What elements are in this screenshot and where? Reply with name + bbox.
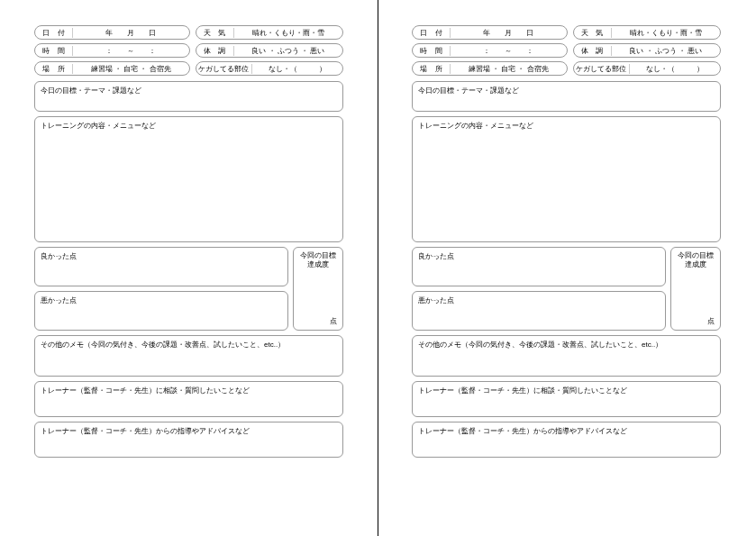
title-bad: 悪かった点 [41, 295, 282, 305]
label-date: 日 付 [413, 28, 451, 38]
title-good: 良かった点 [418, 251, 660, 261]
value-date[interactable]: 年 月 日 [451, 28, 567, 38]
label-weather: 天 気 [196, 28, 234, 38]
title-training: トレーニングの内容・メニューなど [418, 121, 715, 131]
section-memo[interactable]: その他のメモ（今回の気付き、今後の課題・改善点、試したいこと、etc..） [412, 335, 721, 377]
section-good[interactable]: 良かった点 [412, 247, 666, 286]
field-condition: 体 調 良い ・ ふつう ・ 悪い [196, 43, 343, 58]
title-consult: トレーナー（監督・コーチ・先生）に相談・質問したいことなど [41, 386, 337, 395]
field-condition: 体 調 良い ・ ふつう ・ 悪い [573, 43, 721, 58]
page-divider [378, 0, 378, 536]
label-condition: 体 調 [574, 46, 612, 56]
section-achievement[interactable]: 今回の目標達成度 点 [293, 247, 343, 331]
title-memo: その他のメモ（今回の気付き、今後の課題・改善点、試したいこと、etc..） [418, 340, 715, 350]
title-achievement: 今回の目標達成度 [299, 251, 337, 270]
value-time[interactable]: ： ～ ： [73, 46, 189, 56]
field-time: 時 間 ： ～ ： [412, 43, 568, 58]
section-training[interactable]: トレーニングの内容・メニューなど [412, 116, 721, 242]
section-goal[interactable]: 今日の目標・テーマ・課題など [412, 81, 721, 112]
title-advice: トレーナー（監督・コーチ・先生）からの指導やアドバイスなど [41, 426, 337, 436]
section-goal[interactable]: 今日の目標・テーマ・課題など [34, 81, 343, 112]
field-injury: ケガしてる部位 なし・（ ） [196, 61, 343, 76]
value-injury[interactable]: なし・（ ） [252, 64, 342, 74]
title-bad: 悪かった点 [418, 295, 660, 305]
title-achievement: 今回の目標達成度 [677, 251, 715, 270]
field-place: 場 所 練習場 ・ 自宅 ・ 合宿先 [34, 61, 190, 76]
label-place: 場 所 [413, 64, 451, 74]
title-goal: 今日の目標・テーマ・課題など [418, 86, 715, 95]
title-advice: トレーナー（監督・コーチ・先生）からの指導やアドバイスなど [418, 426, 715, 436]
label-injury: ケガしてる部位 [574, 64, 630, 74]
section-consult[interactable]: トレーナー（監督・コーチ・先生）に相談・質問したいことなど [412, 381, 721, 417]
label-date: 日 付 [35, 28, 73, 38]
value-time[interactable]: ： ～ ： [451, 46, 567, 56]
label-injury: ケガしてる部位 [196, 64, 252, 74]
diary-page-right: 日 付 年 月 日 天 気 晴れ・くもり・雨・雪 時 間 ： ～ ： 体 調 良… [378, 0, 755, 536]
value-injury[interactable]: なし・（ ） [630, 64, 720, 74]
field-weather: 天 気 晴れ・くもり・雨・雪 [573, 25, 721, 40]
section-bad[interactable]: 悪かった点 [34, 291, 288, 331]
value-place[interactable]: 練習場 ・ 自宅 ・ 合宿先 [451, 64, 567, 74]
value-condition[interactable]: 良い ・ ふつう ・ 悪い [234, 46, 342, 56]
field-time: 時 間 ： ～ ： [34, 43, 190, 58]
diary-page-left: 日 付 年 月 日 天 気 晴れ・くもり・雨・雪 時 間 ： ～ ： 体 調 良… [0, 0, 378, 536]
field-date: 日 付 年 月 日 [412, 25, 568, 40]
value-condition[interactable]: 良い ・ ふつう ・ 悪い [612, 46, 720, 56]
field-date: 日 付 年 月 日 [34, 25, 190, 40]
field-place: 場 所 練習場 ・ 自宅 ・ 合宿先 [412, 61, 568, 76]
label-time: 時 間 [413, 46, 451, 56]
title-consult: トレーナー（監督・コーチ・先生）に相談・質問したいことなど [418, 386, 715, 395]
section-good[interactable]: 良かった点 [34, 247, 288, 286]
value-weather[interactable]: 晴れ・くもり・雨・雪 [234, 28, 342, 38]
label-condition: 体 調 [196, 46, 234, 56]
label-time: 時 間 [35, 46, 73, 56]
value-weather[interactable]: 晴れ・くもり・雨・雪 [612, 28, 720, 38]
section-consult[interactable]: トレーナー（監督・コーチ・先生）に相談・質問したいことなど [34, 381, 343, 417]
title-training: トレーニングの内容・メニューなど [41, 121, 337, 131]
field-injury: ケガしてる部位 なし・（ ） [573, 61, 721, 76]
title-memo: その他のメモ（今回の気付き、今後の課題・改善点、試したいこと、etc..） [41, 340, 337, 350]
section-advice[interactable]: トレーナー（監督・コーチ・先生）からの指導やアドバイスなど [412, 422, 721, 458]
title-goal: 今日の目標・テーマ・課題など [41, 86, 337, 95]
section-training[interactable]: トレーニングの内容・メニューなど [34, 116, 343, 242]
section-bad[interactable]: 悪かった点 [412, 291, 666, 331]
field-weather: 天 気 晴れ・くもり・雨・雪 [196, 25, 343, 40]
section-advice[interactable]: トレーナー（監督・コーチ・先生）からの指導やアドバイスなど [34, 422, 343, 458]
value-place[interactable]: 練習場 ・ 自宅 ・ 合宿先 [73, 64, 189, 74]
label-place: 場 所 [35, 64, 73, 74]
title-good: 良かった点 [41, 251, 282, 261]
label-points: 点 [707, 316, 715, 326]
label-weather: 天 気 [574, 28, 612, 38]
label-points: 点 [330, 316, 337, 326]
section-achievement[interactable]: 今回の目標達成度 点 [670, 247, 721, 331]
section-memo[interactable]: その他のメモ（今回の気付き、今後の課題・改善点、試したいこと、etc..） [34, 335, 343, 377]
value-date[interactable]: 年 月 日 [73, 28, 189, 38]
